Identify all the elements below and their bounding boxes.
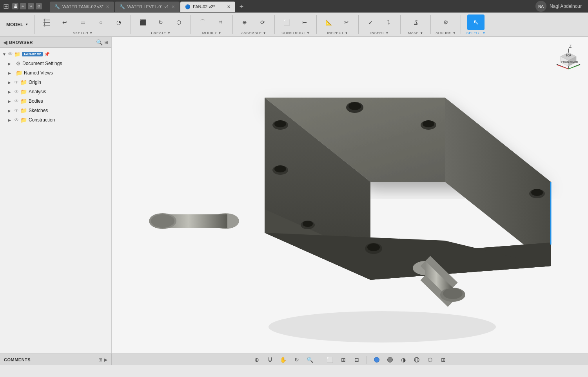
root-tag: FAN-02 v2 bbox=[22, 52, 43, 56]
app-grid-icon[interactable]: ⊞ bbox=[3, 2, 9, 11]
measure-icon: 📐 bbox=[325, 19, 332, 25]
undo-button[interactable]: ↩ bbox=[20, 3, 26, 9]
tab-water-tank[interactable]: 🔧 WATER TANK-02 v3* ✕ bbox=[50, 2, 114, 12]
pan-button[interactable]: ✋ bbox=[278, 355, 289, 365]
motion-button[interactable]: ⟳ bbox=[254, 14, 271, 30]
root-folder-icon: 📁 bbox=[14, 51, 20, 57]
wireframe-mode-button[interactable] bbox=[385, 355, 395, 365]
browser-panel: ◀ BROWSER 🔍 ⊞ ▼ 👁 📁 FAN-02 v2 📌 ▶ ⚙ Docu… bbox=[0, 37, 112, 353]
extrude-button[interactable]: ⬛ bbox=[134, 14, 151, 30]
named-views-arrow: ▶ bbox=[8, 71, 13, 75]
construct-plane-button[interactable]: ⬜ bbox=[278, 14, 295, 30]
environment-button[interactable] bbox=[412, 355, 422, 365]
comments-expand-button[interactable]: ⊞ bbox=[98, 357, 102, 362]
tab-fan-close[interactable]: ✕ bbox=[227, 4, 230, 9]
settings-button[interactable]: ⚙ bbox=[36, 3, 42, 9]
inspect-label: INSPECT ▼ bbox=[327, 31, 348, 35]
3dprint-button[interactable]: 🖨 bbox=[407, 14, 424, 30]
sketch-grid-button[interactable]: ⊞ bbox=[438, 355, 448, 365]
tab-fan[interactable]: 🔵 FAN-02 v2* ✕ bbox=[180, 2, 235, 12]
fillet-button[interactable]: ⌒ bbox=[194, 14, 211, 30]
snap-button[interactable]: ⊕ bbox=[252, 355, 262, 365]
construct-label: CONSTRUCT ▼ bbox=[281, 31, 310, 35]
display-mode-button[interactable]: ⬜ bbox=[325, 355, 335, 365]
browser-item-analysis[interactable]: ▶ 👁 📁 Analysis bbox=[0, 87, 111, 96]
sketch-rect-icon: ▭ bbox=[80, 19, 85, 25]
addins-button[interactable]: ⚙ bbox=[437, 14, 454, 30]
save-button[interactable]: 💾 bbox=[12, 3, 18, 9]
create-sketch-button[interactable]: ⬱ bbox=[38, 14, 55, 30]
new-tab-button[interactable]: + bbox=[236, 2, 247, 12]
toolbar-group-make: 🖨 MAKE ▼ bbox=[404, 14, 427, 35]
insert-dxf-button[interactable]: ⤵ bbox=[380, 14, 397, 30]
revolve-button[interactable]: ↻ bbox=[152, 14, 169, 30]
browser-item-bodies[interactable]: ▶ 👁 📁 Bodies bbox=[0, 96, 111, 106]
measure-button[interactable]: 📐 bbox=[320, 14, 337, 30]
browser-item-construction[interactable]: ▶ 👁 📁 Construction bbox=[0, 115, 111, 125]
zoom-button[interactable]: 🔍 bbox=[305, 355, 315, 365]
assemble-label: ASSEMBLE ▼ bbox=[241, 31, 266, 35]
browser-item-document-settings[interactable]: ▶ ⚙ Document Settings bbox=[0, 59, 111, 68]
svg-point-31 bbox=[269, 311, 496, 343]
select-tools: ↖ bbox=[467, 14, 485, 30]
chamfer-button[interactable]: ⌗ bbox=[212, 14, 229, 30]
tab-water-tank-close[interactable]: ✕ bbox=[106, 4, 109, 9]
section-view-button[interactable]: ◑ bbox=[398, 355, 408, 365]
analysis-arrow: ▶ bbox=[8, 90, 13, 94]
orbit-button[interactable]: ↻ bbox=[292, 355, 302, 365]
browser-item-named-views[interactable]: ▶ 📁 Named Views bbox=[0, 68, 111, 78]
tab-water-level-label: WATER LEVEL-01 v1 bbox=[127, 4, 169, 9]
section-icon: ✂ bbox=[344, 19, 349, 25]
browser-root-item[interactable]: ▼ 👁 📁 FAN-02 v2 📌 bbox=[0, 49, 111, 59]
select-button[interactable]: ↖ bbox=[467, 14, 485, 30]
construct-axis-button[interactable]: ⊢ bbox=[296, 14, 313, 30]
joint-button[interactable]: ⊕ bbox=[236, 14, 253, 30]
section-button[interactable]: ✂ bbox=[338, 14, 355, 30]
comments-section[interactable]: COMMENTS ⊞ ▶ bbox=[0, 354, 112, 365]
shaded-mode-button[interactable] bbox=[372, 355, 382, 365]
inspect-tools: 📐 ✂ bbox=[320, 14, 355, 30]
toolbar-divider-3 bbox=[191, 15, 191, 34]
create-sketch-icon: ⬱ bbox=[43, 18, 50, 27]
redo-button[interactable]: ↪ bbox=[28, 3, 34, 9]
view-cube[interactable]: Z TOP FRONT RIGHT bbox=[553, 41, 584, 72]
comments-collapse-button[interactable]: ▶ bbox=[104, 357, 107, 362]
insert-svg-button[interactable]: ↙ bbox=[362, 14, 379, 30]
construction-label: Construction bbox=[29, 117, 55, 123]
model-dropdown-button[interactable]: MODEL ▼ bbox=[3, 20, 31, 29]
browser-title: BROWSER bbox=[9, 40, 33, 45]
toolbar-group-modify: ⌒ ⌗ MODIFY ▼ bbox=[194, 14, 229, 35]
sketch-rect-button[interactable]: ▭ bbox=[74, 14, 91, 30]
finish-sketch-button[interactable]: ↩ bbox=[56, 14, 73, 30]
browser-header: ◀ BROWSER 🔍 ⊞ bbox=[0, 37, 111, 48]
magnet-button[interactable] bbox=[265, 355, 275, 365]
window-controls: 💾 ↩ ↪ ⚙ bbox=[12, 3, 42, 9]
browser-search-button[interactable]: 🔍 bbox=[96, 39, 103, 45]
sketch-arc-button[interactable]: ◔ bbox=[110, 14, 127, 30]
select-label: SELECT ▼ bbox=[466, 31, 486, 35]
tab-water-level[interactable]: 🔧 WATER LEVEL-01 v1 ✕ bbox=[115, 2, 180, 12]
user-name: Nagi Abdelnour bbox=[550, 4, 582, 9]
browser-item-sketches[interactable]: ▶ 👁 📁 Sketches bbox=[0, 106, 111, 115]
toolbar-divider-8 bbox=[400, 15, 401, 34]
effects-button[interactable]: ⬡ bbox=[425, 355, 435, 365]
construct-axis-icon: ⊢ bbox=[302, 19, 307, 25]
browser-item-origin[interactable]: ▶ 👁 📁 Origin bbox=[0, 78, 111, 87]
modify-label: MODIFY ▼ bbox=[202, 31, 221, 35]
tab-water-level-close[interactable]: ✕ bbox=[171, 4, 175, 9]
shaded-circle-icon bbox=[374, 357, 379, 362]
sketch-circle-button[interactable]: ○ bbox=[92, 14, 109, 30]
viewport[interactable]: Z TOP FRONT RIGHT bbox=[112, 37, 588, 353]
comments-label: COMMENTS bbox=[4, 357, 31, 362]
toolbar-divider-7 bbox=[358, 15, 359, 34]
sketch-tools: ⬱ ↩ ▭ ○ ◔ bbox=[38, 14, 127, 30]
svg-line-43 bbox=[557, 65, 568, 69]
loft-button[interactable]: ⬡ bbox=[170, 14, 187, 30]
svg-point-46 bbox=[416, 357, 418, 362]
object-visibility-button[interactable]: ⊟ bbox=[352, 355, 362, 365]
browser-collapse-button[interactable]: ◀ bbox=[3, 39, 7, 45]
browser-expand-button[interactable]: ⊞ bbox=[104, 40, 108, 45]
user-area: NA Nagi Abdelnour bbox=[532, 1, 585, 12]
grid-button[interactable]: ⊞ bbox=[338, 355, 348, 365]
toolbar-group-select: ↖ SELECT ▼ bbox=[464, 14, 488, 35]
